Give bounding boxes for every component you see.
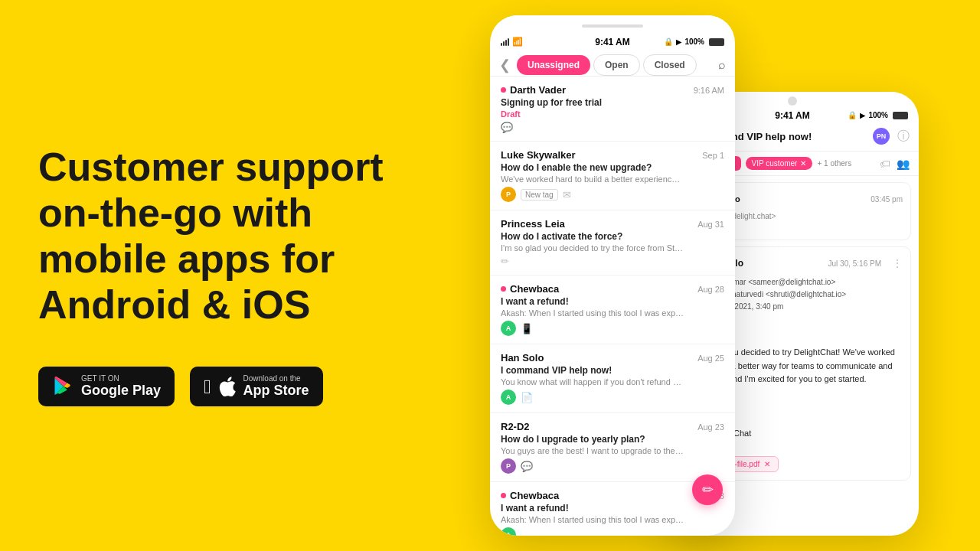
avatar: A: [501, 390, 516, 405]
apple-logo-icon: [219, 377, 236, 396]
avatar: A: [501, 527, 516, 536]
search-icon[interactable]: ⌕: [718, 58, 726, 72]
remove-attachment-icon[interactable]: ✕: [764, 460, 770, 468]
status-bar-front: 📶 9:41 AM 🔒 ▶ 100%: [490, 32, 735, 48]
info-icon[interactable]: ⓘ: [897, 129, 910, 145]
avatar: P: [501, 458, 516, 474]
chat-actions: PN ⓘ: [873, 128, 910, 145]
headline: Customer support on-the-go with mobile a…: [38, 145, 406, 328]
ticket-item[interactable]: R2-D2 Aug 23 How do I upgrade to yearly …: [490, 413, 735, 482]
chat-toolbar-icons: 🏷 👥: [880, 158, 910, 170]
ticket-item[interactable]: Darth Vader 9:16 AM Signing up for free …: [490, 77, 735, 142]
ticket-item[interactable]: Han Solo Aug 25 I command VIP help now! …: [490, 344, 735, 413]
tab-bar-front: ❮ Unassigned Open Closed ⌕: [490, 48, 735, 77]
tab-closed[interactable]: Closed: [643, 54, 697, 76]
assign-icon[interactable]: 👥: [897, 158, 910, 170]
chat-user-avatar: PN: [873, 128, 890, 145]
google-play-button[interactable]: GET IT ON Google Play: [38, 367, 175, 406]
vip-tag: VIP customer ✕: [746, 157, 813, 170]
tab-unassigned[interactable]: Unassigned: [517, 55, 590, 75]
ticket-item[interactable]: Luke Skywalker Sep 1 How do I enable the…: [490, 142, 735, 210]
email-time: 03:45 pm: [871, 195, 903, 204]
tag-icon[interactable]: 🏷: [880, 158, 890, 170]
unread-dot: [501, 286, 506, 292]
google-play-text: GET IT ON Google Play: [81, 374, 161, 399]
phone-front: 📶 9:41 AM 🔒 ▶ 100% ❮ Unassigned Open Clo…: [490, 15, 735, 536]
phones-section: 📶 9:41 AM 🔒 ▶ 100% ❮ Unassigned Open Clo…: [444, 0, 980, 551]
avatar: P: [501, 187, 516, 202]
google-play-icon: [52, 376, 74, 397]
ticket-list: Darth Vader 9:16 AM Signing up for free …: [490, 77, 735, 536]
front-time: 9:41 AM: [595, 37, 630, 47]
store-buttons: GET IT ON Google Play  Download on the …: [38, 367, 406, 406]
left-section: Customer support on-the-go with mobile a…: [0, 0, 444, 551]
unread-dot: [501, 87, 506, 93]
unread-dot: [501, 493, 506, 498]
email-more-icon[interactable]: ⋮: [892, 257, 903, 269]
compose-fab[interactable]: ✏: [692, 474, 723, 505]
ticket-item[interactable]: Chewbaca Aug 28 I want a refund! Akash: …: [490, 276, 735, 344]
tab-open[interactable]: Open: [593, 54, 640, 76]
app-store-button[interactable]:  Download on the App Store: [190, 367, 323, 406]
app-store-text: Download on the App Store: [243, 374, 309, 399]
avatar: A: [501, 321, 516, 336]
back-btn[interactable]: ❮: [499, 57, 511, 73]
apple-icon: : [204, 377, 211, 396]
others-tag: + 1 others: [817, 159, 851, 168]
ticket-item[interactable]: Princess Leia Aug 31 How do I activate t…: [490, 210, 735, 276]
full-email-time: Jul 30, 5:16 PM: [828, 259, 881, 268]
back-time: 9:41 AM: [775, 110, 810, 121]
remove-vip-tag[interactable]: ✕: [800, 159, 806, 168]
